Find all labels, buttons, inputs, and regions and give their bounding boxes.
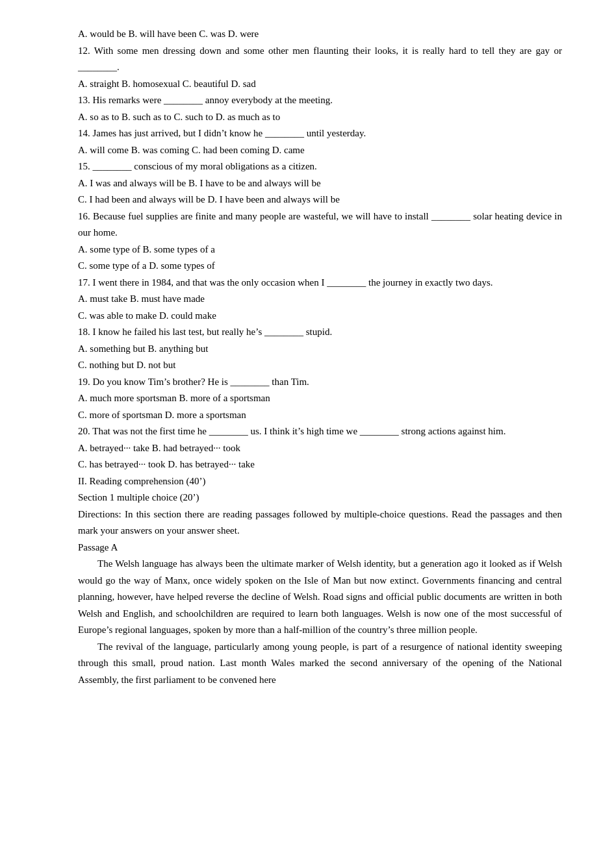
content-line-13: 17. I went there in 1984, and that was t… [78,275,562,291]
content-line-3: 13. His remarks were ________ annoy ever… [78,92,562,109]
content-line-12: C. some type of a D. some types of [78,258,562,275]
content-line-27: Directions: In this section there are re… [78,506,562,539]
content-line-22: 20. That was not the first time he _____… [78,423,562,440]
content-line-0: A. would be B. will have been C. was D. … [78,26,562,43]
content-block: A. would be B. will have been C. was D. … [78,26,562,688]
content-line-26: Section 1 multiple choice (20’) [78,490,562,506]
content-line-16: 18. I know he failed his last test, but … [78,324,562,341]
content-line-15: C. was able to make D. could make [78,308,562,325]
content-line-1: 12. With some men dressing down and some… [78,43,562,76]
content-line-30: The revival of the language, particularl… [78,639,562,689]
content-line-4: A. so as to B. such as to C. such to D. … [78,109,562,126]
content-line-5: 14. James has just arrived, but I didn’t… [78,125,562,142]
content-line-29: The Welsh language has always been the u… [78,556,562,639]
content-line-6: A. will come B. was coming C. had been c… [78,142,562,159]
content-line-28: Passage A [78,539,562,556]
content-line-9: C. I had been and always will be D. I ha… [78,192,562,208]
content-line-21: C. more of sportsman D. more a sportsman [78,407,562,424]
content-line-17: A. something but B. anything but [78,341,562,358]
content-line-19: 19. Do you know Tim’s brother? He is ___… [78,374,562,391]
content-line-10: 16. Because fuel supplies are finite and… [78,208,562,242]
content-line-25: II. Reading comprehension (40’) [78,473,562,490]
content-line-23: A. betrayed··· take B. had betrayed··· t… [78,440,562,457]
content-line-14: A. must take B. must have made [78,291,562,308]
content-line-2: A. straight B. homosexual C. beautiful D… [78,76,562,93]
content-line-18: C. nothing but D. not but [78,357,562,374]
content-line-24: C. has betrayed··· took D. has betrayed·… [78,456,562,473]
content-line-20: A. much more sportsman B. more of a spor… [78,390,562,407]
content-line-11: A. some type of B. some types of a [78,242,562,258]
content-line-8: A. I was and always will be B. I have to… [78,175,562,192]
content-line-7: 15. ________ conscious of my moral oblig… [78,158,562,175]
